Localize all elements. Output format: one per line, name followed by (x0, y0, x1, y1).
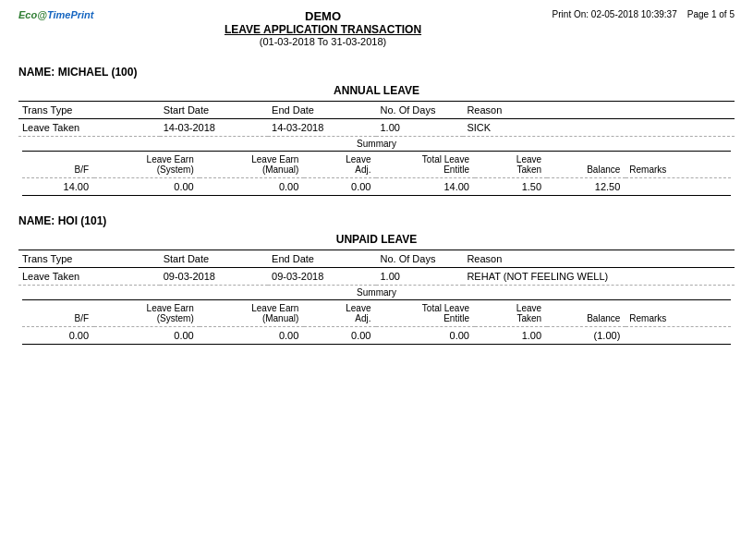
summary-data-total_leave: 14.00 (376, 178, 475, 196)
summary-data-leave_adj: 0.00 (304, 327, 376, 345)
summary-data-remarks (625, 327, 731, 345)
summary-data-leave_earn_sys: 0.00 (94, 178, 200, 196)
col-header-no_of_days: No. Of Days (376, 250, 463, 268)
col-header-start_date: Start Date (160, 250, 268, 268)
title-block: DEMO LEAVE APPLICATION TRANSACTION (01-0… (225, 9, 421, 47)
summary-label: Summary (22, 139, 731, 149)
col-header-no_of_days: No. Of Days (376, 102, 463, 119)
summary-data-balance: (1.00) (547, 327, 625, 345)
cell-no_of_days: 1.00 (376, 119, 463, 137)
leave-type-title-0: ANNUAL LEAVE (18, 84, 735, 97)
section-0: NAME: MICHAEL (100)ANNUAL LEAVETrans Typ… (18, 66, 735, 198)
name-label-1: NAME: HOI (101) (18, 214, 735, 227)
cell-reason: SICK (463, 119, 735, 137)
summary-data-leave_taken: 1.00 (475, 327, 547, 345)
col-header-start_date: Start Date (160, 102, 268, 119)
cell-trans_type: Leave Taken (18, 268, 160, 286)
leave-type-title-1: UNPAID LEAVE (18, 233, 735, 246)
summary-col-leave_taken: Leave Taken (475, 152, 547, 178)
header: Eco@TimePrint DEMO LEAVE APPLICATION TRA… (18, 9, 735, 49)
section-1: NAME: HOI (101)UNPAID LEAVETrans TypeSta… (18, 214, 735, 347)
col-header-reason: Reason (463, 102, 735, 119)
summary-col-leave_earn_sys: Leave Earn (System) (94, 300, 200, 327)
summary-data-leave_earn_man: 0.00 (200, 327, 305, 345)
summary-sub-table: B/FLeave Earn (System)Leave Earn (Manual… (22, 151, 731, 196)
summary-data-leave_earn_man: 0.00 (200, 178, 305, 196)
summary-data-remarks (625, 178, 731, 196)
brand-logo: Eco@TimePrint (18, 9, 93, 20)
leave-table-1: Trans TypeStart DateEnd DateNo. Of DaysR… (18, 250, 735, 347)
date-range: (01-03-2018 To 31-03-2018) (225, 36, 421, 47)
summary-col-bf: B/F (22, 300, 94, 327)
sub-title: LEAVE APPLICATION TRANSACTION (225, 23, 421, 36)
leave-table-0: Trans TypeStart DateEnd DateNo. Of DaysR… (18, 101, 735, 198)
print-label: Print On: (553, 9, 589, 19)
summary-header-row: SummaryB/FLeave Earn (System)Leave Earn … (18, 137, 735, 199)
summary-col-balance: Balance (547, 152, 625, 178)
col-header-trans_type: Trans Type (18, 250, 160, 268)
summary-col-leave_adj: Leave Adj. (304, 152, 376, 178)
summary-col-leave_adj: Leave Adj. (304, 300, 376, 327)
summary-col-total_leave: Total Leave Entitle (376, 152, 475, 178)
summary-col-remarks: Remarks (625, 300, 731, 327)
main-title: DEMO (225, 9, 421, 23)
summary-data-balance: 12.50 (547, 178, 625, 196)
cell-start_date: 14-03-2018 (160, 119, 268, 137)
cell-end_date: 14-03-2018 (268, 119, 376, 137)
summary-col-leave_earn_sys: Leave Earn (System) (94, 152, 200, 178)
summary-data-leave_adj: 0.00 (304, 178, 376, 196)
col-header-end_date: End Date (268, 102, 376, 119)
summary-col-total_leave: Total Leave Entitle (376, 300, 475, 327)
cell-no_of_days: 1.00 (376, 268, 463, 286)
summary-data-leave_taken: 1.50 (475, 178, 547, 196)
summary-data-row: 14.000.000.000.0014.001.5012.50 (22, 178, 731, 196)
summary-data-row: 0.000.000.000.000.001.00(1.00) (22, 327, 731, 345)
print-datetime: 02-05-2018 10:39:37 (591, 9, 677, 19)
cell-start_date: 09-03-2018 (160, 268, 268, 286)
summary-header-row: SummaryB/FLeave Earn (System)Leave Earn … (18, 286, 735, 347)
cell-reason: REHAT (NOT FEELING WELL) (463, 268, 735, 286)
col-header-end_date: End Date (268, 250, 376, 268)
summary-col-remarks: Remarks (625, 152, 731, 178)
col-header-trans_type: Trans Type (18, 102, 160, 119)
summary-data-bf: 0.00 (22, 327, 94, 345)
transaction-row-0: Leave Taken14-03-201814-03-20181.00SICK (18, 119, 735, 137)
transaction-row-0: Leave Taken09-03-201809-03-20181.00REHAT… (18, 268, 735, 286)
summary-data-leave_earn_sys: 0.00 (94, 327, 200, 345)
name-label-0: NAME: MICHAEL (100) (18, 66, 735, 79)
summary-col-leave_earn_man: Leave Earn (Manual) (200, 300, 305, 327)
brand-part1: Eco@ (18, 9, 47, 20)
summary-sub-table: B/FLeave Earn (System)Leave Earn (Manual… (22, 299, 731, 345)
summary-col-leave_taken: Leave Taken (475, 300, 547, 327)
summary-col-leave_earn_man: Leave Earn (Manual) (200, 152, 305, 178)
print-page: Page 1 of 5 (687, 9, 735, 19)
col-header-reason: Reason (463, 250, 735, 268)
summary-data-total_leave: 0.00 (376, 327, 475, 345)
summary-col-bf: B/F (22, 152, 94, 178)
summary-label: Summary (22, 287, 731, 298)
cell-end_date: 09-03-2018 (268, 268, 376, 286)
summary-data-bf: 14.00 (22, 178, 94, 196)
print-info: Print On: 02-05-2018 10:39:37 Page 1 of … (553, 9, 735, 19)
cell-trans_type: Leave Taken (18, 119, 160, 137)
brand-part2: TimePrint (47, 9, 94, 20)
summary-col-balance: Balance (547, 300, 625, 327)
